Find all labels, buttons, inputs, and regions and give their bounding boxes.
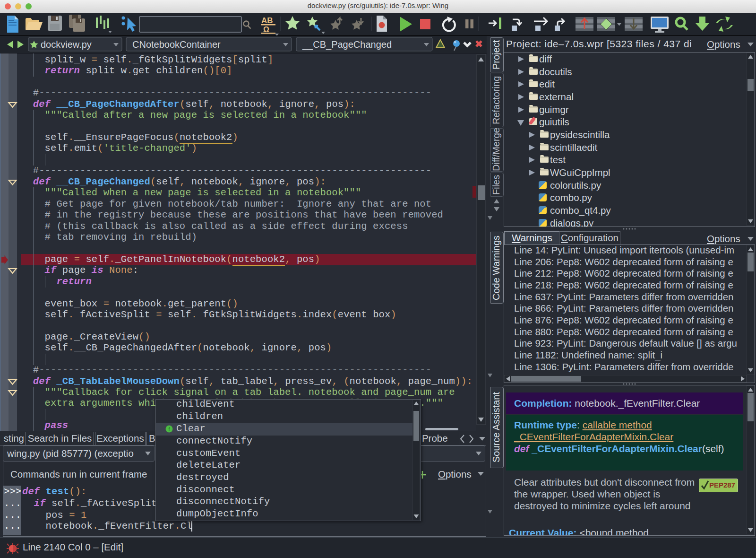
svg-text:dockview.py: dockview.py: [41, 39, 92, 50]
svg-text:AB: AB: [261, 16, 273, 25]
svg-text:Ω: Ω: [263, 26, 269, 34]
svg-text:f: f: [169, 427, 170, 432]
svg-text:CNotebookContainer: CNotebookContainer: [132, 39, 221, 50]
svg-text:__CB_PageChanged: __CB_PageChanged: [302, 39, 392, 50]
